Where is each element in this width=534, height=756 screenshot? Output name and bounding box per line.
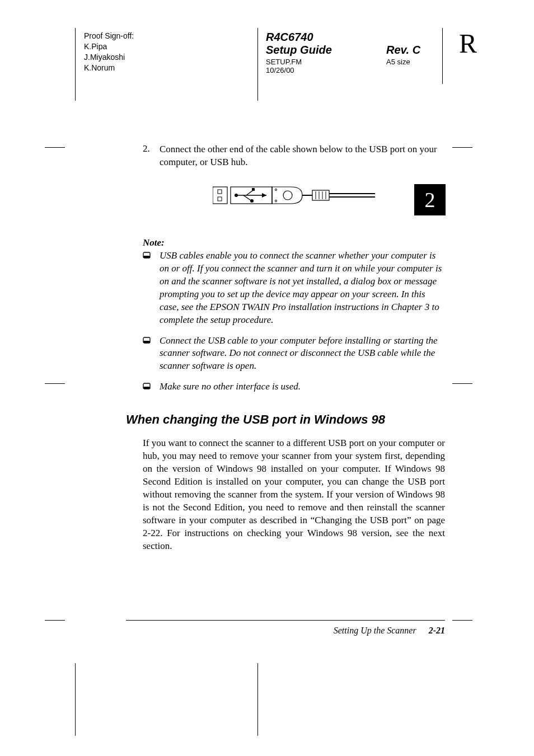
svg-rect-15	[312, 190, 329, 200]
step-text: Connect the other end of the cable shown…	[160, 143, 445, 169]
doc-title-block: R4C6740 Setup Guide SETUP.FM 10/26/00	[266, 31, 332, 74]
svg-rect-8	[252, 188, 255, 191]
bullet-icon	[143, 381, 160, 393]
crop-tick	[452, 147, 472, 148]
doc-file: SETUP.FM	[266, 58, 332, 66]
note-bullet: Connect the USB cable to your computer b…	[143, 335, 445, 373]
footer-rule	[126, 620, 445, 621]
crop-tick	[45, 147, 65, 148]
usb-cable-figure	[213, 181, 375, 209]
bullet-icon	[143, 250, 160, 327]
crop-tick	[452, 383, 472, 384]
svg-point-12	[275, 200, 277, 201]
note-bullet: USB cables enable you to connect the sca…	[143, 250, 445, 327]
note-bullet-text: Connect the USB cable to your computer b…	[160, 335, 445, 373]
header-divider-right	[442, 28, 443, 84]
svg-rect-2	[218, 197, 222, 201]
header-divider-mid	[257, 28, 258, 101]
svg-line-9	[243, 195, 251, 200]
section-paragraph: If you want to connect the scanner to a …	[143, 437, 445, 552]
crop-tick	[45, 383, 65, 384]
crop-tick	[452, 620, 472, 621]
proof-name: K.Norum	[84, 63, 134, 73]
doc-paper-size: A5 size	[386, 58, 420, 66]
rev-block: Rev. C A5 size	[386, 44, 420, 66]
step-number: 2.	[143, 143, 160, 169]
note-bullet-text: USB cables enable you to connect the sca…	[160, 250, 445, 327]
header-divider-left	[75, 28, 76, 101]
svg-rect-25	[143, 341, 150, 343]
note-heading: Note:	[143, 237, 445, 248]
svg-point-11	[275, 189, 277, 190]
note-bullet: Make sure no other interface is used.	[143, 381, 445, 393]
svg-rect-27	[143, 387, 150, 389]
doc-title: Setup Guide	[266, 44, 332, 57]
note-block: Note: USB cables enable you to connect t…	[143, 237, 445, 393]
svg-point-10	[250, 199, 254, 203]
footer-divider-mid	[257, 663, 258, 736]
note-bullet-text: Make sure no other interface is used.	[160, 381, 301, 393]
proof-signoff-block: Proof Sign-off: K.Pipa J.Miyakoshi K.Nor…	[84, 31, 134, 73]
crop-tick	[45, 620, 65, 621]
footer-divider-left	[75, 663, 76, 736]
proof-name: K.Pipa	[84, 41, 134, 52]
footer-page-number: 2-21	[429, 626, 445, 635]
doc-date: 10/26/00	[266, 66, 332, 74]
svg-marker-6	[262, 193, 266, 198]
page-side-mark: R	[459, 28, 477, 59]
doc-rev: Rev. C	[386, 44, 420, 57]
svg-rect-23	[143, 256, 150, 258]
doc-code: R4C6740	[266, 31, 332, 44]
svg-line-7	[246, 190, 253, 195]
step-item: 2. Connect the other end of the cable sh…	[143, 143, 445, 169]
section-heading: When changing the USB port in Windows 98	[126, 412, 445, 427]
proof-name: J.Miyakoshi	[84, 52, 134, 63]
proof-heading: Proof Sign-off:	[84, 31, 134, 41]
bullet-icon	[143, 335, 160, 373]
svg-point-13	[283, 191, 292, 200]
svg-rect-1	[218, 190, 222, 194]
footer-chapter: Setting Up the Scanner	[334, 626, 416, 635]
page-footer: Setting Up the Scanner 2-21	[126, 626, 445, 636]
